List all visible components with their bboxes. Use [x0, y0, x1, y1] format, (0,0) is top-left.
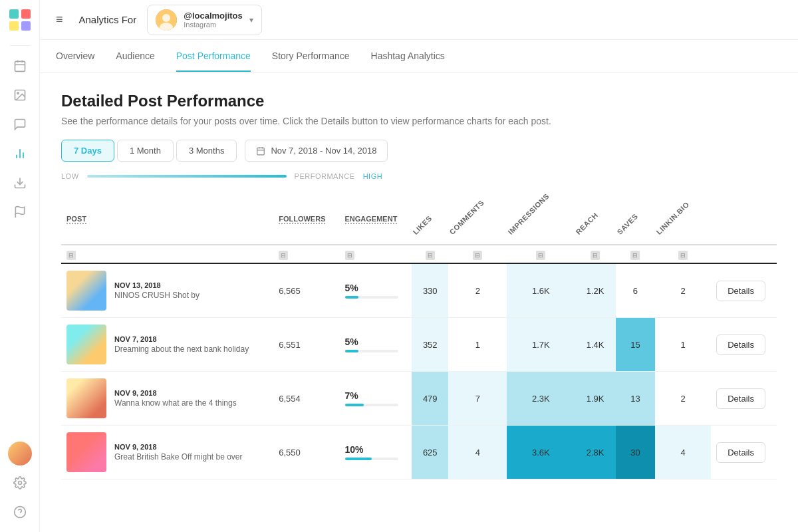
- metric-value: 1: [475, 340, 480, 350]
- svg-point-19: [162, 14, 170, 22]
- metric-value: 2: [475, 286, 480, 296]
- action-cell: Details: [711, 426, 777, 479]
- followers-cell: 6,551: [273, 318, 339, 372]
- metric-value: 15: [630, 340, 640, 350]
- svg-rect-0: [9, 9, 19, 19]
- sort-engagement[interactable]: ⊟: [345, 251, 354, 260]
- table-row: NOV 9, 2018 Wanna know what are the 4 th…: [61, 372, 777, 426]
- table-row: NOV 13, 2018 NINOS CRUSH Shot by 6,565 5…: [61, 263, 777, 318]
- col-saves: SAVES: [616, 194, 655, 245]
- col-engagement: ENGAGEMENT: [340, 194, 412, 245]
- details-button[interactable]: Details: [716, 334, 765, 355]
- engagement-cell: 5%: [340, 263, 412, 318]
- metric-value: 2: [680, 286, 685, 296]
- col-comments: COMMENTS: [448, 194, 507, 245]
- filter-1month[interactable]: 1 Month: [117, 140, 174, 162]
- top-header: ≡ Analytics For @localmojitos Instagram …: [40, 0, 798, 40]
- sidebar-icon-chart[interactable]: [8, 142, 32, 166]
- sort-comments[interactable]: ⊟: [473, 251, 482, 260]
- post-cell-3: NOV 9, 2018 Great British Bake Off might…: [61, 426, 273, 479]
- reach-cell: 1.4K: [575, 318, 616, 372]
- post-cell-2: NOV 9, 2018 Wanna know what are the 4 th…: [61, 372, 273, 426]
- account-avatar: [156, 9, 177, 31]
- sort-linkin-bio[interactable]: ⊟: [678, 251, 688, 260]
- likes-cell: 479: [412, 372, 448, 426]
- app-logo[interactable]: [8, 8, 32, 32]
- date-range-picker[interactable]: Nov 7, 2018 - Nov 14, 2018: [245, 140, 388, 162]
- likes-cell: 330: [412, 263, 448, 318]
- metric-value: 4: [475, 448, 480, 458]
- post-cell-1: NOV 7, 2018 Dreaming about the next bank…: [61, 318, 273, 372]
- svg-rect-4: [15, 61, 25, 71]
- details-button[interactable]: Details: [716, 442, 765, 463]
- sort-impressions[interactable]: ⊟: [536, 251, 545, 260]
- saves-cell: 6: [616, 263, 655, 318]
- details-button[interactable]: Details: [716, 388, 765, 409]
- posts-table-wrapper: POST FOLLOWERS ENGAGEMENT LIKES: [61, 194, 777, 479]
- metric-value: 13: [630, 394, 640, 404]
- col-linkin-bio: LINKIN.BIO: [655, 194, 711, 245]
- hamburger-menu[interactable]: ≡: [56, 13, 63, 27]
- main-content: ≡ Analytics For @localmojitos Instagram …: [40, 0, 798, 532]
- sort-likes[interactable]: ⊟: [426, 251, 435, 260]
- filter-7days[interactable]: 7 Days: [61, 140, 114, 162]
- tab-story-performance[interactable]: Story Performance: [272, 41, 350, 72]
- filter-3months[interactable]: 3 Months: [176, 140, 237, 162]
- linkin-bio-cell: 4: [655, 426, 711, 479]
- sidebar-icon-settings[interactable]: [8, 471, 32, 495]
- sidebar-icon-flag[interactable]: [8, 200, 32, 224]
- sort-followers[interactable]: ⊟: [279, 251, 288, 260]
- tab-overview[interactable]: Overview: [56, 41, 94, 72]
- post-thumbnail: [66, 271, 106, 311]
- engagement-pct: 5%: [345, 336, 407, 347]
- metric-value: 1.9K: [587, 394, 604, 404]
- engagement-pct: 7%: [345, 390, 407, 401]
- svg-point-15: [18, 481, 21, 485]
- tab-hashtag-analytics[interactable]: Hashtag Analytics: [371, 41, 445, 72]
- saves-cell: 30: [616, 426, 655, 479]
- svg-point-9: [17, 92, 18, 94]
- engagement-bar-bg: [345, 404, 398, 406]
- posts-table: POST FOLLOWERS ENGAGEMENT LIKES: [61, 194, 777, 479]
- engagement-bar-bg: [345, 350, 398, 352]
- performance-bar: LOW PERFORMANCE HIGH: [61, 172, 777, 180]
- account-selector[interactable]: @localmojitos Instagram ▾: [147, 5, 262, 35]
- post-info: NOV 13, 2018 NINOS CRUSH Shot by: [114, 281, 200, 300]
- col-impressions: IMPRESSIONS: [507, 194, 575, 245]
- linkin-bio-cell: 2: [655, 372, 711, 426]
- reach-cell: 1.9K: [575, 372, 616, 426]
- sidebar-icon-image[interactable]: [8, 83, 32, 107]
- impressions-cell: 1.6K: [507, 263, 575, 318]
- sidebar-user-avatar[interactable]: [8, 442, 32, 466]
- svg-rect-21: [257, 148, 265, 155]
- metric-value: 2: [680, 394, 685, 404]
- post-thumbnail: [66, 432, 106, 472]
- metric-value: 479: [423, 394, 438, 404]
- col-action: [711, 194, 777, 245]
- col-likes: LIKES: [412, 194, 448, 245]
- page-subtitle: See the performance details for your pos…: [61, 116, 777, 126]
- action-cell: Details: [711, 372, 777, 426]
- tab-post-performance[interactable]: Post Performance: [176, 41, 251, 72]
- sidebar-icon-download[interactable]: [8, 171, 32, 195]
- metric-value: 1.4K: [587, 340, 604, 350]
- sort-saves[interactable]: ⊟: [630, 251, 640, 260]
- details-button[interactable]: Details: [716, 281, 765, 301]
- metric-value: 7: [475, 394, 480, 404]
- engagement-bar-bg: [345, 296, 398, 299]
- engagement-pct: 5%: [345, 283, 407, 293]
- engagement-bar-fill: [345, 296, 358, 299]
- table-row: NOV 7, 2018 Dreaming about the next bank…: [61, 318, 777, 372]
- tab-audience[interactable]: Audience: [116, 41, 154, 72]
- engagement-cell: 7%: [340, 372, 412, 426]
- sort-post[interactable]: ⊟: [66, 251, 76, 260]
- post-info: NOV 9, 2018 Great British Bake Off might…: [114, 443, 243, 462]
- sidebar-icon-help[interactable]: [8, 500, 32, 524]
- sort-reach[interactable]: ⊟: [591, 251, 600, 260]
- sidebar-icon-calendar[interactable]: [8, 54, 32, 78]
- engagement-bar-fill: [345, 404, 364, 406]
- engagement-bar-fill: [345, 458, 372, 460]
- metric-value: 1: [680, 340, 685, 350]
- metric-value: 30: [630, 448, 640, 458]
- sidebar-icon-chat[interactable]: [8, 112, 32, 136]
